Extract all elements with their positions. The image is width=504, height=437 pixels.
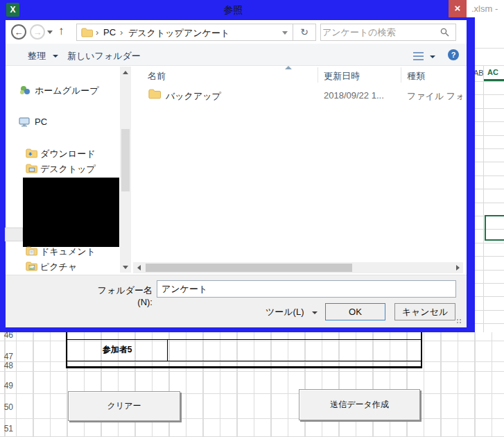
column-divider[interactable] bbox=[318, 67, 318, 83]
search-box[interactable] bbox=[320, 24, 456, 41]
dialog-border-left bbox=[0, 20, 6, 332]
table-divider bbox=[167, 339, 168, 361]
create-send-data-button[interactable]: 送信データ作成 bbox=[299, 389, 420, 420]
sort-ascending-icon bbox=[285, 66, 292, 69]
column-header-type[interactable]: 種類 bbox=[407, 70, 425, 83]
participant-5-cell[interactable]: 参加者5 bbox=[67, 339, 167, 361]
row-number-51[interactable]: 51 bbox=[0, 425, 13, 434]
folder-icon bbox=[81, 28, 93, 37]
new-folder-button[interactable]: 新しいフォルダー bbox=[67, 50, 141, 62]
scroll-down-button[interactable] bbox=[120, 262, 131, 273]
scrollbar-thumb[interactable] bbox=[146, 264, 352, 272]
column-header-ac[interactable]: AC bbox=[487, 68, 498, 76]
breadcrumb-pc[interactable]: PC bbox=[103, 27, 116, 37]
tools-dropdown-icon[interactable] bbox=[312, 311, 318, 314]
address-dropdown-icon[interactable] bbox=[282, 31, 288, 35]
table-border-bottom bbox=[66, 366, 422, 368]
download-folder-icon bbox=[26, 148, 37, 158]
recent-locations-dropdown-icon[interactable] bbox=[47, 31, 53, 34]
row-number-48[interactable]: 48 bbox=[0, 361, 13, 370]
resize-grip-icon[interactable] bbox=[457, 319, 462, 325]
desktop-folder-icon bbox=[26, 164, 37, 173]
row-number-50[interactable]: 50 bbox=[0, 403, 13, 412]
folder-name-input[interactable] bbox=[157, 280, 456, 298]
back-button[interactable]: ← bbox=[11, 24, 26, 40]
folder-name-label: フォルダー名(N): bbox=[83, 284, 153, 307]
file-type: ファイル フォルダー bbox=[407, 90, 462, 103]
dialog-title: 参照 bbox=[0, 0, 467, 20]
search-icon bbox=[440, 28, 449, 37]
breadcrumb[interactable]: › PC › デスクトップ › アンケート bbox=[76, 24, 293, 41]
organize-dropdown-icon[interactable] bbox=[53, 55, 58, 58]
row-number-49[interactable]: 49 bbox=[0, 382, 13, 391]
grid-rows-right bbox=[475, 82, 504, 332]
up-button[interactable]: ↑ bbox=[58, 24, 64, 38]
homegroup-icon bbox=[19, 85, 31, 96]
selected-cell-outline[interactable] bbox=[485, 215, 504, 241]
dialog-border-right bbox=[467, 17, 475, 332]
gridline bbox=[0, 371, 504, 372]
ok-button[interactable]: OK bbox=[325, 303, 385, 320]
close-button[interactable]: × bbox=[449, 0, 467, 17]
excel-ribbon-line bbox=[475, 48, 504, 49]
organize-menu[interactable]: 整理 bbox=[28, 50, 46, 62]
view-options-icon[interactable] bbox=[413, 52, 424, 60]
cancel-button[interactable]: キャンセル bbox=[394, 303, 455, 320]
scrollbar-thumb[interactable] bbox=[121, 129, 130, 191]
table-line bbox=[66, 361, 422, 361]
crumb-separator-icon: › bbox=[175, 27, 178, 37]
sidebar-item-label: ピクチャ bbox=[40, 261, 77, 273]
folder-icon bbox=[148, 89, 161, 99]
help-icon[interactable]: ? bbox=[448, 49, 459, 60]
dialog-border-bottom bbox=[0, 327, 475, 332]
documents-folder-icon bbox=[26, 246, 37, 256]
breadcrumb-anketo[interactable]: アンケート bbox=[184, 27, 229, 40]
crumb-separator-icon: › bbox=[120, 27, 123, 37]
forward-button[interactable]: → bbox=[30, 24, 45, 40]
column-header-ab[interactable]: AB bbox=[473, 69, 484, 77]
scroll-right-button[interactable] bbox=[452, 262, 463, 273]
redacted-region bbox=[23, 178, 119, 247]
column-divider[interactable] bbox=[401, 67, 401, 83]
search-input[interactable] bbox=[322, 25, 437, 40]
sidebar-item-label: デスクトップ bbox=[40, 163, 96, 175]
sidebar-item-label: PC bbox=[35, 117, 47, 127]
column-header-date[interactable]: 更新日時 bbox=[324, 70, 360, 83]
gridline bbox=[0, 361, 504, 362]
pictures-folder-icon bbox=[26, 262, 37, 271]
crumb-separator-icon: › bbox=[96, 27, 98, 37]
refresh-button[interactable]: ↻ bbox=[293, 24, 316, 41]
sidebar-item-label: ホームグループ bbox=[35, 85, 99, 97]
screen: .xlsm - AB AC 46 47 48 49 50 51 bbox=[0, 0, 504, 437]
sidebar-item-label: ダウンロード bbox=[40, 148, 96, 160]
excel-formulabar-line bbox=[475, 65, 504, 66]
excel-title-suffix: .xlsm - bbox=[471, 3, 498, 14]
column-header-name[interactable]: 名前 bbox=[148, 70, 166, 83]
tools-dropdown[interactable]: ツール(L) bbox=[266, 306, 304, 318]
sidebar-artifact bbox=[5, 228, 23, 241]
view-options-dropdown-icon[interactable] bbox=[430, 55, 435, 58]
file-date: 2018/09/22 1... bbox=[324, 90, 384, 101]
clear-button[interactable]: クリアー bbox=[68, 391, 180, 421]
scroll-up-button[interactable] bbox=[120, 67, 131, 78]
pc-icon bbox=[18, 117, 31, 128]
sidebar-item-label: ドキュメント bbox=[40, 246, 96, 258]
file-name[interactable]: バックアップ bbox=[166, 90, 221, 103]
scroll-left-button[interactable] bbox=[133, 262, 144, 273]
table-border-right bbox=[421, 332, 422, 368]
